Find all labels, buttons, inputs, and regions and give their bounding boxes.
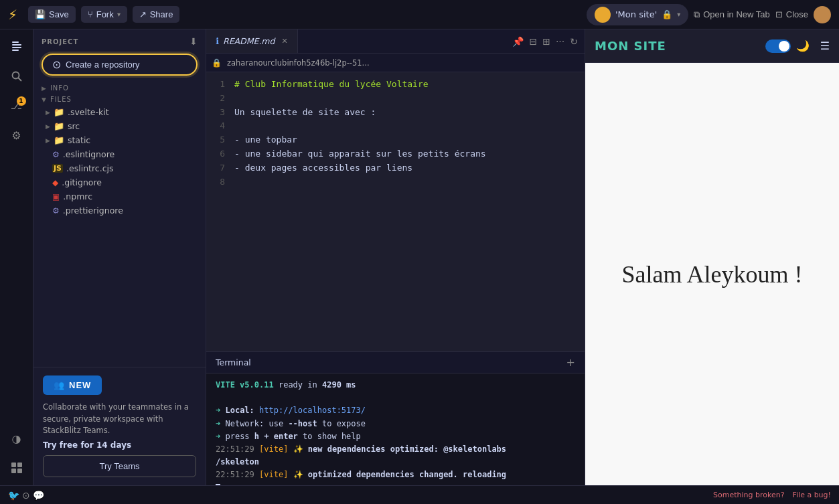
twitter-icon[interactable]: 🐦 [8,490,19,501]
code-line-3: 3 Un squelette de site avec : [206,106,585,120]
sidebar-section-info[interactable]: ▶ INFO [33,82,206,94]
tab-actions: 📌 ⊟ ⊞ ··· ↻ [506,29,585,53]
file-tree: ▶ INFO ▼ FILES ▶ 📁 .svelte-kit ▶ 📁 src ▶ [33,82,206,367]
code-line-2: 2 [206,92,585,106]
tab-info-icon: ℹ [216,36,219,46]
git-badge: 1 [17,96,26,106]
logo-icon: ⚡ [8,7,17,23]
editor-breadcrumb: 🔒 zaharanourclubinfoh5z46b-lj2p--51... [206,54,585,72]
site-chevron-icon: ▾ [677,11,680,18]
activity-git-icon[interactable]: ⎇ 1 [6,95,27,116]
code-line-1: 1 # Club Informatique du lycée Voltaire [206,78,585,92]
activity-settings-icon[interactable]: ⚙ [6,124,27,146]
dark-mode-toggle[interactable] [765,39,791,53]
fork-button[interactable]: ⑂ Fork ▾ [81,6,127,23]
file-gitignore[interactable]: ◆ .gitignore [33,175,206,189]
svg-rect-8 [11,469,16,473]
eslintrc-icon: JS [52,164,63,173]
activity-contrast-icon[interactable]: ◑ [6,428,27,449]
terminal-line-log1b: /skeleton [216,456,575,469]
code-line-7: 7 - deux pages accessibles par liens [206,161,585,175]
discord-icon[interactable]: 💬 [33,490,44,501]
user-avatar[interactable] [814,6,831,23]
activity-files-icon[interactable] [6,36,27,58]
editor-area: ℹ README.md ✕ 📌 ⊟ ⊞ ··· ↻ 🔒 zaharanourcl… [206,29,585,485]
file-eslintrc[interactable]: JS .eslintrc.cjs [33,161,206,175]
file-npmrc[interactable]: ▣ .npmrc [33,189,206,203]
tab-action-split-icon[interactable]: ⊟ [529,36,537,47]
folder-src[interactable]: ▶ 📁 src [33,119,206,133]
code-line-4: 4 [206,119,585,133]
sidebar-section-files[interactable]: ▼ FILES [33,94,206,105]
svg-rect-0 [12,41,19,43]
folder-svelte-kit[interactable]: ▶ 📁 .svelte-kit [33,105,206,119]
svg-rect-6 [11,463,16,467]
npmrc-icon: ▣ [52,192,60,201]
terminal-add-icon[interactable]: + [566,356,575,369]
breadcrumb-url: zaharanourclubinfoh5z46b-lj2p--51... [227,58,370,68]
share-button[interactable]: ↗ Share [133,6,180,23]
tab-close-icon[interactable]: ✕ [281,37,287,46]
try-teams-button[interactable]: Try Teams [43,455,196,477]
new-tab-icon: ⧉ [694,9,700,20]
folder-svelte-kit-icon: 📁 [54,107,64,117]
share-icon: ↗ [139,9,147,19]
download-icon[interactable]: ⬇ [189,36,198,47]
folder-static-icon: 📁 [54,135,64,145]
save-button[interactable]: 💾 Save [28,6,76,23]
code-line-6: 6 - une sidebar qui apparait sur les pet… [206,147,585,161]
file-eslintignore[interactable]: ⚙ .eslintignore [33,147,206,161]
preview-menu-icon[interactable]: ☰ [820,39,830,52]
tab-action-pin-icon[interactable]: 📌 [512,36,524,47]
github-icon: ⊙ [52,58,61,71]
moon-icon: 🌙 [796,39,810,52]
code-editor[interactable]: 1 # Club Informatique du lycée Voltaire … [206,72,585,351]
site-indicator[interactable]: 'Mon site' 🔒 ▾ [587,4,688,25]
create-repo-button[interactable]: ⊙ Create a repository [42,54,198,76]
svg-point-4 [12,72,19,79]
preview-toggle: 🌙 ☰ [765,39,830,53]
terminal-line-vite: VITE v5.0.11 ready in 4290 ms [216,379,575,392]
tab-bar: ℹ README.md ✕ 📌 ⊟ ⊞ ··· ↻ [206,29,585,54]
terminal-line-local: ➜ Local: http://localhost:5173/ [216,404,575,417]
site-avatar [595,7,611,23]
terminal-line-log1: 22:51:29 [vite] ✨ new dependencies optim… [216,443,575,456]
gitignore-icon: ◆ [52,178,58,187]
svg-rect-1 [12,44,21,46]
files-chevron-icon: ▼ [42,96,47,103]
topbar-right: ⧉ Open in New Tab ⊡ Close [694,6,831,23]
code-line-8: 8 [206,175,585,189]
github-bottom-icon[interactable]: ⊙ [22,490,30,501]
site-lock-icon: 🔒 [662,9,672,19]
preview-topbar: MON SITE 🌙 ☰ [585,29,839,63]
tab-readme[interactable]: ℹ README.md ✕ [206,29,298,53]
svg-rect-3 [12,50,19,51]
preview-greeting: Salam Aleykoum ! [622,260,803,288]
teams-promo: 👥 NEW Collaborate with your teammates in… [33,367,206,485]
tab-action-more-icon[interactable]: ··· [556,36,564,47]
close-icon: ⊡ [775,9,783,19]
toggle-knob [779,41,789,52]
terminal-body[interactable]: VITE v5.0.11 ready in 4290 ms ➜ Local: h… [206,373,585,485]
preview-site-title: MON SITE [595,39,666,53]
activity-bar: ⎇ 1 ⚙ ◑ [0,29,33,485]
sidebar-header: PROJECT ⬇ [33,29,206,51]
preview-panel: MON SITE 🌙 ☰ Salam Aleykoum ! [585,29,839,485]
open-new-tab-button[interactable]: ⧉ Open in New Tab [694,9,770,20]
activity-search-icon[interactable] [6,66,27,87]
terminal-title: Terminal [216,357,251,367]
save-icon: 💾 [35,9,46,19]
file-bug-link[interactable]: File a bug! [793,491,832,499]
prettierignore-icon: ⚙ [52,206,60,216]
info-chevron-icon: ▶ [42,85,47,92]
close-button[interactable]: ⊡ Close [775,9,808,19]
file-prettierignore[interactable]: ⚙ .prettierignore [33,203,206,218]
teams-new-button[interactable]: 👥 NEW [43,375,102,395]
tab-action-refresh-icon[interactable]: ↻ [570,36,578,47]
project-label: PROJECT [42,38,78,46]
folder-static[interactable]: ▶ 📁 static [33,133,206,147]
activity-grid-icon[interactable] [6,457,27,479]
fork-icon: ⑂ [88,9,93,19]
tab-action-columns-icon[interactable]: ⊞ [542,36,550,47]
folder-src-icon: 📁 [54,121,64,131]
